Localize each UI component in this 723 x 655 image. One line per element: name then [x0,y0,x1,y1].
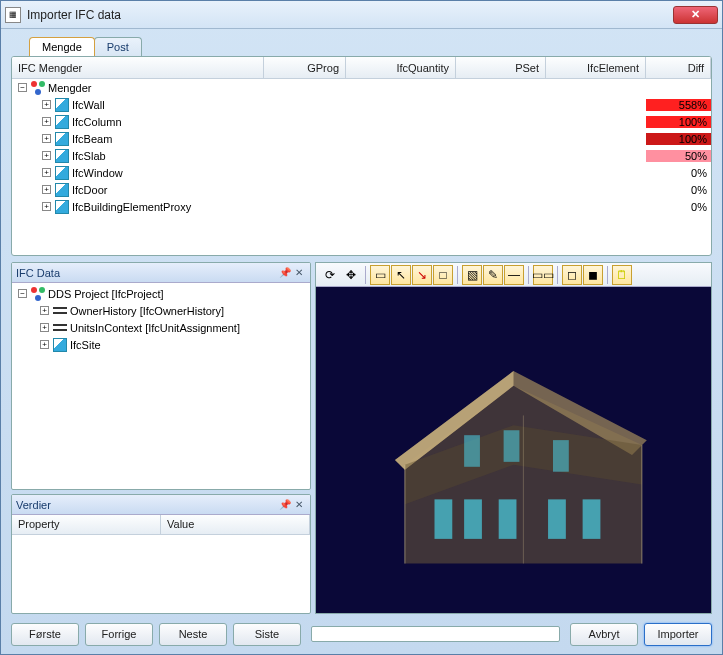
group-icon[interactable]: ▭▭ [533,265,553,285]
tree-item-label: IfcDoor [72,184,107,196]
verdier-panel: Verdier 📌 ✕ Property Value [11,494,311,614]
table-row[interactable]: + IfcBeam 100% [12,130,711,147]
minus-icon[interactable]: — [504,265,524,285]
diff-cell: 0% [646,184,711,196]
tab-mengde[interactable]: Mengde [29,37,95,56]
rect-icon[interactable]: □ [433,265,453,285]
tab-post[interactable]: Post [94,37,142,56]
svg-rect-10 [504,430,520,462]
note-icon[interactable]: 🗒 [612,265,632,285]
orbit-icon[interactable]: ⟳ [320,265,340,285]
layer-icon[interactable]: ▧ [462,265,482,285]
tree-item-label: IfcSlab [72,150,106,162]
ifc-element-icon [55,98,69,112]
viewer-toolbar: ⟳✥▭↖↘□▧✎—▭▭◻◼🗒 [316,263,711,287]
pan-icon[interactable]: ✥ [341,265,361,285]
ifc-data-title: IFC Data [16,267,60,279]
table-row[interactable]: + IfcDoor 0% [12,181,711,198]
expander-icon[interactable]: + [42,117,51,126]
expander-icon[interactable]: + [40,323,49,332]
mengder-icon [31,81,45,95]
expander-icon[interactable]: + [42,134,51,143]
svg-rect-8 [583,499,601,539]
progress-bar [311,626,560,642]
pin-icon[interactable]: 📌 [278,498,292,512]
tree-item-label[interactable]: IfcSite [70,339,101,351]
expander-icon[interactable]: + [42,100,51,109]
ifc-element-icon [55,115,69,129]
titlebar: ▦ Importer IFC data ✕ [1,1,722,29]
table-row[interactable]: + IfcColumn 100% [12,113,711,130]
bbox-fill-icon[interactable]: ◼ [583,265,603,285]
close-panel-icon[interactable]: ✕ [292,498,306,512]
select-arrow-icon[interactable]: ↖ [391,265,411,285]
next-button[interactable]: Neste [159,623,227,646]
prev-button[interactable]: Forrige [85,623,153,646]
table-row[interactable]: + IfcWall 558% [12,96,711,113]
ifc-mengder-grid: IFC Mengder GProg IfcQuantity PSet IfcEl… [11,56,712,256]
tree-item-label: IfcWall [72,99,105,111]
svg-rect-9 [464,435,480,467]
close-button[interactable]: ✕ [673,6,718,24]
first-button[interactable]: Første [11,623,79,646]
tree-item-label[interactable]: OwnerHistory [IfcOwnerHistory] [70,305,224,317]
cancel-button[interactable]: Avbryt [570,623,638,646]
svg-rect-7 [548,499,566,539]
property-icon [53,306,67,316]
tree-root-label[interactable]: Mengder [48,82,91,94]
table-row[interactable]: + IfcBuildingElementProxy 0% [12,198,711,215]
col-property[interactable]: Property [12,515,161,534]
col-value[interactable]: Value [161,515,310,534]
tree-item-label: IfcBuildingElementProxy [72,201,191,213]
tree-item-label[interactable]: DDS Project [IfcProject] [48,288,164,300]
tab-container: Mengde Post IFC Mengder GProg IfcQuantit… [11,37,712,256]
col-pset[interactable]: PSet [456,57,546,78]
project-icon [31,287,45,301]
window-title: Importer IFC data [27,8,673,22]
pin-icon[interactable]: 📌 [278,266,292,280]
ifc-element-icon [55,183,69,197]
tree-item-label: IfcColumn [72,116,122,128]
expander-icon[interactable]: + [42,168,51,177]
last-button[interactable]: Siste [233,623,301,646]
ifc-element-icon [53,338,67,352]
property-icon [53,323,67,333]
ifc-element-icon [55,132,69,146]
select-red-icon[interactable]: ↘ [412,265,432,285]
expander-icon[interactable]: + [42,151,51,160]
svg-rect-11 [553,440,569,472]
tree-item-label[interactable]: UnitsInContext [IfcUnitAssignment] [70,322,240,334]
expander-icon[interactable]: + [40,306,49,315]
expander-icon[interactable]: + [42,185,51,194]
table-row[interactable]: + IfcSlab 50% [12,147,711,164]
diff-cell: 50% [646,150,711,162]
zoom-extents-icon[interactable]: ▭ [370,265,390,285]
svg-rect-4 [435,499,453,539]
expander-icon[interactable]: + [40,340,49,349]
import-button[interactable]: Importer [644,623,712,646]
col-gprog[interactable]: GProg [264,57,346,78]
tree-item-label: IfcBeam [72,133,112,145]
diff-cell: 558% [646,99,711,111]
col-ifcquantity[interactable]: IfcQuantity [346,57,456,78]
diff-cell: 100% [646,116,711,128]
button-row: Første Forrige Neste Siste Avbryt Import… [11,614,712,648]
annotate-icon[interactable]: ✎ [483,265,503,285]
svg-rect-6 [499,499,517,539]
close-panel-icon[interactable]: ✕ [292,266,306,280]
verdier-body [12,535,310,613]
bbox-icon[interactable]: ◻ [562,265,582,285]
expander-icon[interactable]: + [42,202,51,211]
svg-rect-5 [464,499,482,539]
ifc-data-panel: IFC Data 📌 ✕ − DDS Project [IfcProject]+… [11,262,311,490]
col-ifcelement[interactable]: IfcElement [546,57,646,78]
col-diff[interactable]: Diff [646,57,711,78]
col-ifc-mengder[interactable]: IFC Mengder [12,57,264,78]
expander-icon[interactable]: − [18,83,27,92]
diff-cell: 100% [646,133,711,145]
expander-icon[interactable]: − [18,289,27,298]
table-row[interactable]: + IfcWindow 0% [12,164,711,181]
ifc-element-icon [55,149,69,163]
ifc-element-icon [55,200,69,214]
viewport-3d[interactable] [316,287,711,613]
